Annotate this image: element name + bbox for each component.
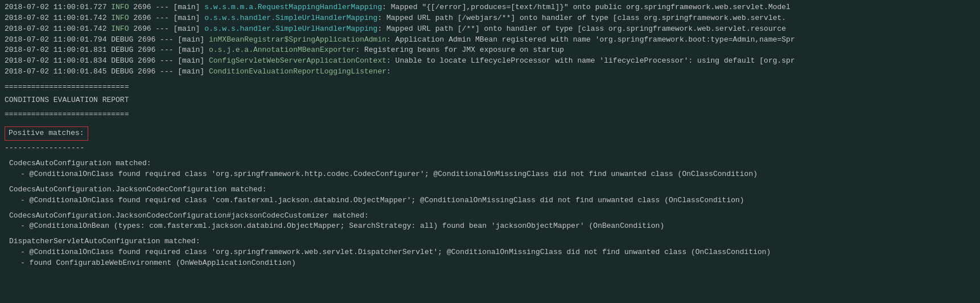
level-1: INFO (111, 2, 129, 13)
log-line-7: 2018-07-02 11:00:01.845 DEBUG 2696 --- [… (5, 67, 975, 77)
timestamp-7: 2018-07-02 11:00:01.845 (5, 67, 106, 77)
pid-4: 2696 (138, 35, 155, 46)
level-7: DEBUG (111, 67, 133, 77)
logger-2: o.s.w.s.handler.SimpleUrlHandlerMapping (204, 13, 377, 24)
level-6: DEBUG (111, 56, 133, 67)
message-5: : Registering beans for JMX exposure on … (355, 45, 564, 56)
logger-5: o.s.j.e.a.AnnotationMBeanExporter (209, 45, 355, 56)
timestamp-6: 2018-07-02 11:00:01.834 (5, 56, 106, 67)
message-4: : Application Admin MBean registered wit… (386, 35, 795, 46)
matches-dashes: ------------------ (5, 143, 975, 154)
logger-3: o.s.w.s.handler.SimpleUrlHandlerMapping (204, 24, 377, 35)
pid-3: 2696 (133, 24, 151, 35)
thread-5: main (182, 45, 200, 56)
match-title-3: CodecsAutoConfiguration.JacksonCodecConf… (9, 211, 975, 222)
match-section-3: CodecsAutoConfiguration.JacksonCodecConf… (9, 211, 975, 232)
log-line-6: 2018-07-02 11:00:01.834 DEBUG 2696 --- [… (5, 56, 975, 67)
match-title-1: CodecsAutoConfiguration matched: (9, 158, 975, 169)
logger-7: ConditionEvaluationReportLoggingListener (209, 67, 386, 77)
level-4: DEBUG (111, 35, 133, 46)
logger-4: inMXBeanRegistrar$SpringApplicationAdmin (209, 35, 386, 46)
log-line-4: 2018-07-02 11:00:01.794 DEBUG 2696 --- [… (5, 35, 975, 46)
match-detail-4-0: - @ConditionalOnClass found required cla… (20, 247, 975, 258)
timestamp-2: 2018-07-02 11:00:01.742 (5, 13, 106, 24)
positive-matches-label: Positive matches: (9, 129, 84, 137)
log-section: 2018-07-02 11:00:01.727 INFO 2696 --- [ … (5, 2, 975, 77)
match-detail-1-0: - @ConditionalOnClass found required cla… (20, 169, 975, 180)
logger-6: ConfigServletWebServerApplicationContext (209, 56, 386, 67)
match-detail-4-1: - found ConfigurableWebEnvironment (OnWe… (20, 258, 975, 269)
terminal: 2018-07-02 11:00:01.727 INFO 2696 --- [ … (0, 0, 980, 303)
separator-bottom: ============================ (5, 109, 975, 120)
thread-6: main (182, 56, 200, 67)
message-1: : Mapped "{[/error],produces=[text/html]… (382, 2, 790, 13)
pid-6: 2696 (138, 56, 155, 67)
level-3: INFO (111, 24, 129, 35)
thread-4: main (182, 35, 200, 46)
log-line-2: 2018-07-02 11:00:01.742 INFO 2696 --- [ … (5, 13, 975, 24)
message-7: : (386, 67, 391, 77)
log-line-5: 2018-07-02 11:00:01.831 DEBUG 2696 --- [… (5, 45, 975, 56)
message-3: : Mapped URL path [/**] onto handler of … (377, 24, 786, 35)
match-section-4: DispatcherServletAutoConfiguration match… (9, 236, 975, 269)
positive-matches-box: Positive matches: (5, 126, 88, 141)
thread-2: main (178, 13, 195, 24)
pid-7: 2696 (138, 67, 155, 77)
separator-top: ============================ (5, 82, 975, 93)
level-2: INFO (111, 13, 129, 24)
thread-1: main (178, 2, 195, 13)
match-detail-3-0: - @ConditionalOnBean (types: com.fasterx… (20, 221, 975, 232)
timestamp-3: 2018-07-02 11:00:01.742 (5, 24, 106, 35)
pid-2: 2696 (133, 13, 151, 24)
message-2: : Mapped URL path [/webjars/**] onto han… (377, 13, 786, 24)
thread-7: main (182, 67, 200, 77)
timestamp-1: 2018-07-02 11:00:01.727 (5, 2, 106, 13)
conditions-header: CONDITIONS EVALUATION REPORT (5, 95, 975, 106)
log-line-1: 2018-07-02 11:00:01.727 INFO 2696 --- [ … (5, 2, 975, 13)
match-section-2: CodecsAutoConfiguration.JacksonCodecConf… (9, 185, 975, 206)
match-title-4: DispatcherServletAutoConfiguration match… (9, 236, 975, 247)
level-5: DEBUG (111, 45, 133, 56)
pid-5: 2696 (138, 45, 155, 56)
match-detail-2-0: - @ConditionalOnClass found required cla… (20, 195, 975, 206)
match-title-2: CodecsAutoConfiguration.JacksonCodecConf… (9, 185, 975, 195)
pid-1: 2696 (133, 2, 151, 13)
logger-1: s.w.s.m.m.a.RequestMappingHandlerMapping (204, 2, 382, 13)
match-section-1: CodecsAutoConfiguration matched: - @Cond… (9, 158, 975, 180)
timestamp-4: 2018-07-02 11:00:01.794 (5, 35, 106, 46)
message-6: : Unable to locate LifecycleProcessor wi… (386, 56, 795, 67)
thread-3: main (178, 24, 195, 35)
log-line-3: 2018-07-02 11:00:01.742 INFO 2696 --- [ … (5, 24, 975, 35)
timestamp-5: 2018-07-02 11:00:01.831 (5, 45, 106, 56)
